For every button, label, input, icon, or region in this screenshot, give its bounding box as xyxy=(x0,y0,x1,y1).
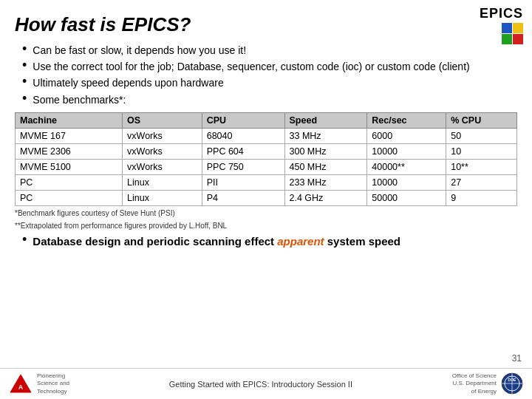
table-row: MVME 5100vxWorksPPC 750450 MHz40000**10*… xyxy=(16,159,517,174)
last-bullet-text: Database design and periodic scanning ef… xyxy=(33,234,400,249)
table-cell: vxWorks xyxy=(123,143,202,159)
bullet-icon: • xyxy=(22,75,27,88)
table-cell: 10000 xyxy=(367,143,446,159)
table-cell: MVME 5100 xyxy=(16,159,123,174)
bullet-text: Use the correct tool for the job; Databa… xyxy=(33,60,469,73)
table-cell: vxWorks xyxy=(123,159,202,174)
list-item: • Use the correct tool for the job; Data… xyxy=(22,60,517,73)
anl-triangle-logo: A xyxy=(9,373,33,394)
table-cell: 6000 xyxy=(367,128,446,143)
col-header-os: OS xyxy=(123,112,202,128)
bullet-list: • Can be fast or slow, it depends how yo… xyxy=(22,44,517,106)
table-cell: 50 xyxy=(446,128,517,143)
sq-yellow xyxy=(513,23,523,33)
benchmark-table: Machine OS CPU Speed Rec/sec % CPU MVME … xyxy=(15,112,517,206)
table-row: MVME 2306vxWorksPPC 604300 MHz1000010 xyxy=(16,143,517,159)
footer-right: Office of Science U.S. Department of Ene… xyxy=(452,372,523,395)
footnote-1: *Benchmark figures courtesy of Steve Hun… xyxy=(15,209,517,217)
sq-blue xyxy=(502,23,512,33)
table-cell: 50000 xyxy=(367,190,446,205)
table-cell: MVME 167 xyxy=(16,128,123,143)
table-cell: MVME 2306 xyxy=(16,143,123,159)
table-cell: PPC 604 xyxy=(202,143,284,159)
table-cell: 68040 xyxy=(202,128,284,143)
epics-logo: EPICS xyxy=(480,6,523,44)
list-item: • Some benchmarks*: xyxy=(22,93,517,106)
table-cell: 40000** xyxy=(367,159,446,174)
footer: A Pioneering Science and Technology Gett… xyxy=(0,368,532,399)
table-cell: PPC 750 xyxy=(202,159,284,174)
table-cell: 27 xyxy=(446,174,517,190)
col-header-cpu: CPU xyxy=(202,112,284,128)
table-cell: PC xyxy=(16,190,123,205)
table-cell: 9 xyxy=(446,190,517,205)
last-bullet-normal: Database design and periodic scanning ef… xyxy=(33,235,277,248)
page-title: How fast is EPICS? xyxy=(15,13,517,36)
footer-right-text: Office of Science U.S. Department of Ene… xyxy=(452,372,497,395)
table-cell: 10000 xyxy=(367,174,446,190)
table-cell: PII xyxy=(202,174,284,190)
slide-page: EPICS How fast is EPICS? • Can be fast o… xyxy=(0,0,532,399)
col-header-speed: Speed xyxy=(284,112,367,128)
table-cell: 10** xyxy=(446,159,517,174)
bullet-text: Some benchmarks*: xyxy=(33,93,126,106)
sq-red xyxy=(513,34,523,44)
table-row: PCLinuxPII233 MHz1000027 xyxy=(16,174,517,190)
table-cell: 33 MHz xyxy=(284,128,367,143)
footer-left: A Pioneering Science and Technology xyxy=(9,372,69,395)
table-cell: 2.4 GHz xyxy=(284,190,367,205)
table-cell: Linux xyxy=(123,190,202,205)
epics-label: EPICS xyxy=(480,6,523,21)
col-header-machine: Machine xyxy=(16,112,123,128)
table-cell: vxWorks xyxy=(123,128,202,143)
table-row: MVME 167vxWorks6804033 MHz600050 xyxy=(16,128,517,143)
bullet-icon: • xyxy=(22,58,27,72)
bullet-text: Ultimately speed depends upon hardware xyxy=(33,76,223,89)
table-cell: 450 MHz xyxy=(284,159,367,174)
page-number: 31 xyxy=(512,353,522,364)
last-bullet: • Database design and periodic scanning … xyxy=(22,234,517,249)
last-bullet-suffix: system speed xyxy=(324,235,400,248)
bullet-icon: • xyxy=(22,92,27,105)
footer-center-text: Getting Started with EPICS: Introductory… xyxy=(169,380,352,389)
col-header-recsec: Rec/sec xyxy=(367,112,446,128)
doe-logo: DOE xyxy=(501,372,523,395)
list-item: • Can be fast or slow, it depends how yo… xyxy=(22,44,517,57)
last-bullet-highlight: apparent xyxy=(277,235,324,248)
bullet-text: Can be fast or slow, it depends how you … xyxy=(33,44,246,57)
bullet-icon: • xyxy=(22,233,27,246)
footer-left-text: Pioneering Science and Technology xyxy=(37,372,69,395)
table-cell: Linux xyxy=(123,174,202,190)
svg-text:A: A xyxy=(18,383,24,391)
col-header-pctcpu: % CPU xyxy=(446,112,517,128)
epics-color-squares xyxy=(502,23,523,44)
table-cell: PC xyxy=(16,174,123,190)
table-cell: 233 MHz xyxy=(284,174,367,190)
table-cell: 10 xyxy=(446,143,517,159)
table-cell: 300 MHz xyxy=(284,143,367,159)
table-row: PCLinuxP42.4 GHz500009 xyxy=(16,190,517,205)
bullet-icon: • xyxy=(22,42,27,55)
table-cell: P4 xyxy=(202,190,284,205)
sq-green xyxy=(502,34,512,44)
list-item: • Ultimately speed depends upon hardware xyxy=(22,76,517,89)
footnote-2: **Extrapolated from performance figures … xyxy=(15,222,517,230)
